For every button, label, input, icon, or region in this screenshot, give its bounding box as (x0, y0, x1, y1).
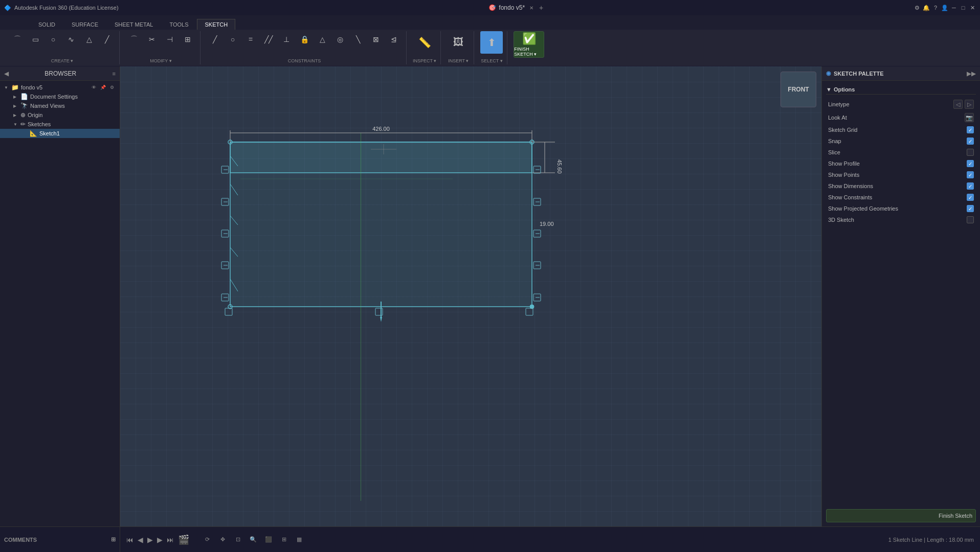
tree-item-fondo[interactable]: ▼ 📁 fondo v5 👁 📌 ⚙ (0, 83, 120, 92)
tab-bar: SOLID SURFACE SHEET METAL TOOLS SKETCH (0, 15, 980, 30)
doc-icon: 🎯 (488, 4, 496, 11)
tree-label-origin: Origin (28, 112, 42, 118)
tree-action-pin[interactable]: 📌 (99, 84, 107, 90)
tree-item-sketch1[interactable]: 📐 Sketch1 (0, 129, 120, 138)
slice-checkbox[interactable] (967, 149, 974, 156)
perp-tool-button[interactable]: ⊥ (278, 31, 295, 48)
grid-display-button[interactable]: ⊞ (277, 533, 291, 546)
circle-tool-button[interactable]: ○ (45, 31, 61, 48)
show-dimensions-checkbox[interactable]: ✓ (967, 182, 974, 190)
lock-tool-button[interactable]: 🔒 (296, 31, 313, 48)
browser-controls: ≡ (113, 70, 116, 77)
constraint-bottom-left (225, 308, 232, 315)
palette-expand-icon[interactable]: ▶▶ (967, 70, 976, 77)
comments-section: COMMENTS ⊞ (0, 527, 120, 552)
close-button[interactable]: ✕ (969, 4, 976, 11)
zoom-fit-button[interactable]: ⊡ (231, 533, 244, 546)
show-profile-checkbox[interactable]: ✓ (967, 160, 974, 167)
show-projected-checkbox[interactable]: ✓ (967, 205, 974, 212)
bell-icon[interactable]: 🔔 (923, 4, 930, 11)
extend-tool-button[interactable]: ⊣ (162, 31, 178, 48)
tree-item-origin[interactable]: ▶ ⊕ Origin (0, 110, 120, 120)
inspect-group: 📏 INSPECT ▾ (409, 31, 441, 64)
tree-arrow-named-views: ▶ (13, 104, 18, 108)
minimize-button[interactable]: ─ (950, 4, 957, 11)
browser-options-icon[interactable]: ≡ (113, 71, 116, 77)
ellipse-tool-button[interactable]: ○ (225, 31, 241, 48)
line-tool-button[interactable]: ╱ (99, 31, 115, 48)
view-settings-button[interactable]: ▦ (293, 533, 306, 546)
tab-solid[interactable]: SOLID (31, 19, 63, 30)
trim-tool-button[interactable]: ✂ (144, 31, 160, 48)
title-bar: 🔷 Autodesk Fusion 360 (Education License… (0, 0, 980, 15)
hor-vert-tool-button[interactable]: ⊠ (368, 31, 384, 48)
view-cube-label: FRONT (788, 86, 809, 93)
parallel-tool-button[interactable]: ╱╱ (260, 31, 277, 48)
finish-sketch-toolbar-button[interactable]: ✅ FINISH SKETCH ▾ (514, 31, 544, 58)
tree-item-named-views[interactable]: ▶ 🔭 Named Views (0, 101, 120, 110)
spline-tool-button[interactable]: ∿ (63, 31, 79, 48)
snap-checkbox[interactable]: ✓ (967, 137, 974, 145)
display-mode-button[interactable]: ⬛ (262, 533, 275, 546)
constraint-right-5 (533, 294, 541, 301)
tab-tools[interactable]: TOOLS (162, 19, 196, 30)
3d-sketch-checkbox[interactable] (967, 216, 974, 223)
comments-expand-icon[interactable]: ⊞ (111, 536, 116, 543)
close-doc-button[interactable]: ✕ (529, 5, 533, 11)
radial-tool-button[interactable]: ◎ (332, 31, 348, 48)
fillet-tool-button[interactable]: ⌒ (126, 31, 142, 48)
orbit-tool-button[interactable]: ⟳ (201, 533, 214, 546)
zoom-button[interactable]: 🔍 (247, 533, 260, 546)
tab-sheet-metal[interactable]: SHEET METAL (107, 19, 161, 30)
tab-sketch[interactable]: SKETCH (197, 19, 235, 30)
show-constraints-checkbox[interactable]: ✓ (967, 194, 974, 201)
prev-button[interactable]: ◀ (138, 536, 143, 544)
select-tool-button[interactable]: ⬆ (480, 31, 503, 54)
equal-tool-button[interactable]: = (242, 31, 259, 48)
palette-header: ◉ SKETCH PALETTE ▶▶ (822, 66, 980, 81)
constraint-right-2 (533, 198, 541, 205)
skip-back-button[interactable]: ⏮ (126, 536, 133, 544)
question-icon[interactable]: ? (932, 4, 939, 11)
vertical-reference-line (361, 133, 361, 501)
sketch-grid-checkbox[interactable]: ✓ (967, 126, 974, 133)
user-icon[interactable]: 👤 (941, 4, 948, 11)
linetype-left-button[interactable]: ◁ (953, 100, 963, 109)
settings-icon[interactable]: ⚙ (914, 4, 921, 11)
titlebar-center: 🎯 fondo v5* ✕ + (488, 4, 543, 12)
insert-tool-button[interactable]: 🖼 (447, 31, 470, 54)
coincident-tool-button[interactable]: ╱ (207, 31, 223, 48)
sym-tool-button[interactable]: △ (314, 31, 330, 48)
skip-forward-button[interactable]: ⏭ (167, 536, 174, 544)
look-at-button[interactable]: 📷 (965, 113, 974, 122)
palette-row-snap: Snap ✓ (826, 135, 976, 147)
browser-collapse-icon[interactable]: ◀ (4, 70, 9, 77)
insert-group: 🖼 INSERT ▾ (443, 31, 474, 64)
maximize-button[interactable]: □ (960, 4, 967, 11)
linetype-right-button[interactable]: ▷ (965, 100, 974, 109)
new-tab-button[interactable]: + (539, 4, 543, 12)
tree-item-sketches[interactable]: ▼ ✏ Sketches (0, 120, 120, 129)
inspect-tool-button[interactable]: 📏 (413, 31, 436, 54)
file-name: fondo v5* (499, 4, 525, 11)
doc-settings-icon: 📄 (20, 93, 28, 100)
offset-tool-button[interactable]: ⊞ (180, 31, 196, 48)
palette-title: ◉ SKETCH PALETTE (826, 70, 884, 77)
tree-action-eye[interactable]: 👁 (90, 84, 98, 90)
tangent-tool-button[interactable]: ╲ (350, 31, 366, 48)
pan-tool-button[interactable]: ✥ (216, 533, 229, 546)
view-cube[interactable]: FRONT (781, 72, 816, 107)
finish-sketch-palette-button[interactable]: Finish Sketch (826, 509, 976, 522)
next-button[interactable]: ▶ (157, 536, 163, 544)
show-points-checkbox[interactable]: ✓ (967, 171, 974, 178)
tab-surface[interactable]: SURFACE (64, 19, 106, 30)
tree-action-settings[interactable]: ⚙ (108, 84, 116, 90)
svg-rect-38 (526, 308, 533, 315)
arc-tool-button[interactable]: ⌒ (9, 31, 26, 48)
tree-item-doc-settings[interactable]: ▶ 📄 Document Settings (0, 92, 120, 101)
triangle-tool-button[interactable]: △ (81, 31, 97, 48)
palette-section-header-options[interactable]: ▼ Options (826, 85, 976, 95)
constraint10-button[interactable]: ⊴ (386, 31, 402, 48)
play-button[interactable]: ▶ (147, 536, 153, 544)
rect-tool-button[interactable]: ▭ (27, 31, 43, 48)
